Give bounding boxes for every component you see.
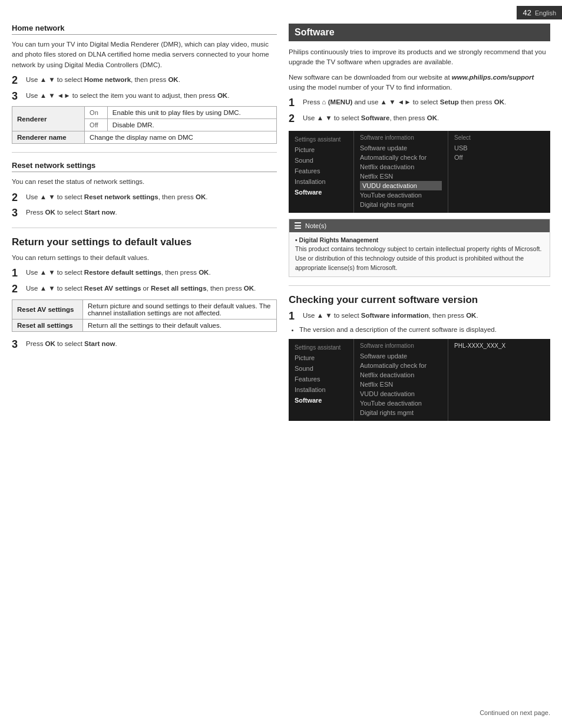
select-off-1: Off xyxy=(454,153,489,162)
return-settings-step2: 2 Use ▲ ▼ to select Reset AV settings or… xyxy=(12,284,277,295)
checking-section: Checking your current software version 1… xyxy=(289,294,550,421)
return-settings-section: Return your settings to default values Y… xyxy=(12,236,277,351)
note-content: • Digital Rights Management This product… xyxy=(289,232,550,276)
home-network-step2: 2 Use ▲ ▼ to select Home network, then p… xyxy=(12,75,277,87)
menu-youtube-deact-2: YouTube deactivation xyxy=(360,398,442,408)
menu-software-update-2: Software update xyxy=(360,351,442,361)
settings-features-1: Features xyxy=(295,166,348,176)
note-icon: ☰ xyxy=(294,221,302,230)
software-step2: 2 Use ▲ ▼ to select Software, then press… xyxy=(289,113,550,125)
settings-features-2: Features xyxy=(295,374,348,384)
settings-mid-col-2: Software information Software update Aut… xyxy=(353,339,448,421)
software-info-header-2: Software information xyxy=(360,342,442,349)
menu-netflix-deact-2: Netflix deactivation xyxy=(360,370,442,380)
menu-netflix-esn-2: Netflix ESN xyxy=(360,380,442,389)
settings-left-col-1: Settings assistant Picture Sound Feature… xyxy=(289,131,353,213)
off-label: Off xyxy=(85,119,108,131)
settings-software-2: Software xyxy=(295,395,348,406)
reset-network-title: Reset network settings xyxy=(12,161,277,172)
select-header-1: Select xyxy=(454,134,489,141)
return-settings-body: You can return settings to their default… xyxy=(12,253,277,263)
settings-picture-1: Picture xyxy=(295,144,348,155)
divider-right xyxy=(289,285,550,286)
note-header: ☰ Note(s) xyxy=(289,219,550,232)
menu-auto-check-1: Automatically check for xyxy=(360,153,442,162)
menu-software-update-1: Software update xyxy=(360,143,442,153)
software-body2: New software can be downloaded from our … xyxy=(289,73,550,93)
renderer-name-value: Change the display name on DMC xyxy=(85,131,277,144)
table-row: Reset all settings Return all the settin… xyxy=(12,319,277,332)
reset-all-value: Return all the settings to their default… xyxy=(83,319,277,332)
right-column: Software Philips continuously tries to i… xyxy=(289,24,550,427)
phl-label: PHL-XXXX_XXX_X xyxy=(454,342,505,349)
settings-left-col-2: Settings assistant Picture Sound Feature… xyxy=(289,339,353,421)
footer-text: Continued on next page. xyxy=(480,709,550,716)
settings-installation-2: Installation xyxy=(295,384,348,395)
on-label: On xyxy=(85,107,108,119)
note-box: ☰ Note(s) • Digital Rights Management Th… xyxy=(289,219,550,277)
reset-av-value: Return picture and sound settings to the… xyxy=(83,300,277,319)
reset-all-label: Reset all settings xyxy=(12,319,83,332)
page-number: 42 xyxy=(523,8,531,17)
reset-network-section: Reset network settings You can reset the… xyxy=(12,161,277,219)
home-network-section: Home network You can turn your TV into D… xyxy=(12,24,277,144)
software-body1: Philips continuously tries to improve it… xyxy=(289,47,550,68)
settings-sound-1: Sound xyxy=(295,155,348,166)
divider xyxy=(12,152,277,153)
menu-vudu-deact-2: VUDU deactivation xyxy=(360,389,442,398)
reset-network-step3: 3 Press OK to select Start now. xyxy=(12,207,277,219)
home-network-table: Renderer On Enable this unit to play fil… xyxy=(12,106,277,144)
menu-auto-check-2: Automatically check for xyxy=(360,361,442,370)
checking-heading: Checking your current software version xyxy=(289,294,550,306)
menu-netflix-esn-1: Netflix ESN xyxy=(360,172,442,181)
renderer-name-label: Renderer name xyxy=(12,131,85,144)
settings-picture-2: Picture xyxy=(295,353,348,363)
table-row: Renderer name Change the display name on… xyxy=(12,131,277,144)
table-row: Reset AV settings Return picture and sou… xyxy=(12,300,277,319)
settings-panel-1: Settings assistant Picture Sound Feature… xyxy=(289,131,550,213)
left-column: Home network You can turn your TV into D… xyxy=(12,24,277,427)
drm-label: • Digital Rights Management xyxy=(295,236,378,243)
select-usb-1: USB xyxy=(454,143,489,153)
divider xyxy=(12,228,277,228)
page-badge: 42 English xyxy=(517,6,562,19)
return-settings-step3: 3 Press OK to select Start now. xyxy=(12,339,277,351)
version-bullet-list: The version and a description of the cur… xyxy=(289,326,550,333)
menu-digital-rights-2: Digital rights mgmt xyxy=(360,408,442,417)
note-label: Note(s) xyxy=(305,222,326,229)
home-network-body: You can turn your TV into Digital Media … xyxy=(12,39,277,70)
settings-right-col-2: PHL-XXXX_XXX_X xyxy=(448,339,511,421)
reset-network-body: You can reset the status of network sett… xyxy=(12,177,277,187)
home-network-title: Home network xyxy=(12,24,277,35)
reset-av-label: Reset AV settings xyxy=(12,300,83,319)
drm-body: This product contains technology subject… xyxy=(295,245,541,271)
software-title: Software xyxy=(289,24,550,41)
footer: Continued on next page. xyxy=(480,709,550,716)
menu-digital-rights-1: Digital rights mgmt xyxy=(360,200,442,209)
on-value: Enable this unit to play files by using … xyxy=(107,107,276,119)
checking-step1: 1 Use ▲ ▼ to select Software information… xyxy=(289,311,550,322)
return-settings-heading: Return your settings to default values xyxy=(12,236,277,248)
version-bullet: The version and a description of the cur… xyxy=(299,326,550,333)
reset-settings-table: Reset AV settings Return picture and sou… xyxy=(12,299,277,332)
menu-youtube-deact-1: YouTube deactivation xyxy=(360,190,442,200)
software-section: Software Philips continuously tries to i… xyxy=(289,24,550,277)
reset-network-step2: 2 Use ▲ ▼ to select Reset network settin… xyxy=(12,192,277,204)
return-settings-step1: 1 Use ▲ ▼ to select Restore default sett… xyxy=(12,268,277,279)
home-network-step3: 3 Use ▲ ▼ ◄► to select the item you want… xyxy=(12,91,277,103)
settings-assistant-label-2: Settings assistant xyxy=(295,342,348,353)
settings-panel-2: Settings assistant Picture Sound Feature… xyxy=(289,339,550,421)
settings-sound-2: Sound xyxy=(295,363,348,374)
menu-vudu-deact-1: VUDU deactivation xyxy=(360,181,442,190)
table-row: Renderer On Enable this unit to play fil… xyxy=(12,107,277,119)
menu-netflix-deact-1: Netflix deactivation xyxy=(360,162,442,172)
off-value: Disable DMR. xyxy=(107,119,276,131)
page-language: English xyxy=(535,9,556,17)
software-info-header-1: Software information xyxy=(360,134,442,141)
renderer-label: Renderer xyxy=(12,107,85,131)
settings-mid-col-1: Software information Software update Aut… xyxy=(353,131,448,213)
settings-assistant-label: Settings assistant xyxy=(295,134,348,144)
settings-installation-1: Installation xyxy=(295,176,348,187)
settings-right-col-1: Select USB Off xyxy=(448,131,495,213)
settings-software-1: Software xyxy=(295,187,348,197)
